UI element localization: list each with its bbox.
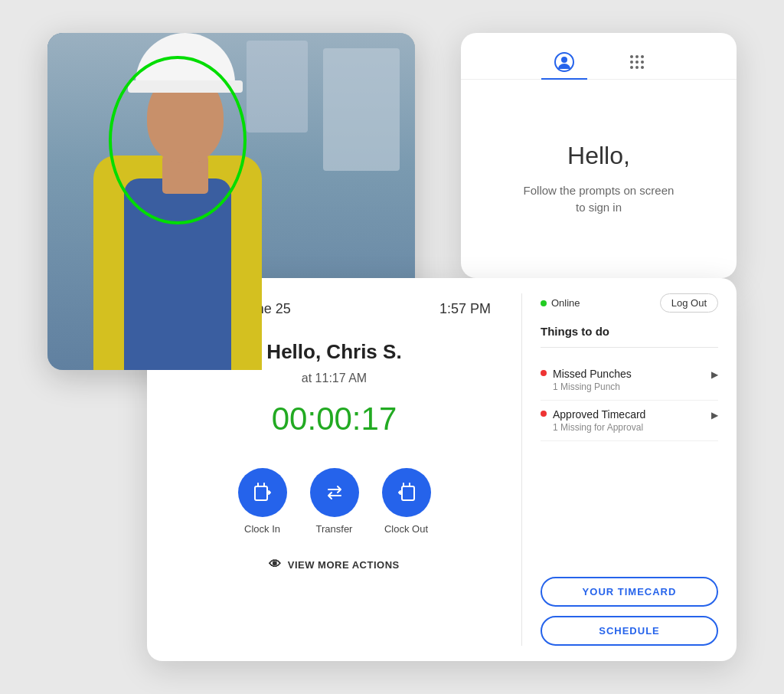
todo-left-2: Approved Timecard 1 Missing for Approval [541,408,645,433]
greeting-name: Hello, Chris S. [266,340,401,364]
svg-rect-2 [255,486,267,500]
clock-out-action[interactable]: Clock Out [382,468,431,535]
online-dot [541,300,547,306]
clock-in-label: Clock In [244,523,280,535]
tab-profile[interactable] [541,45,587,79]
bottom-buttons: YOUR TIMECARD SCHEDULE [541,577,718,646]
todo-subtitle-2: 1 Missing for Approval [553,422,645,433]
schedule-button[interactable]: SCHEDULE [541,616,718,646]
logout-button[interactable]: Log Out [660,293,718,313]
detection-oval [109,56,247,224]
todo-title-2: Approved Timecard [553,408,645,421]
svg-rect-3 [402,486,414,500]
punch-time: at 11:17 AM [302,372,367,385]
hello-card-body: Hello, Follow the prompts on screen to s… [461,80,737,278]
todo-info: Missed Punches 1 Missing Punch [553,368,632,392]
todo-dot [541,370,547,376]
view-more-actions[interactable]: 👁 VIEW MORE ACTIONS [269,558,399,571]
timer-display: 00:00:17 [272,401,397,437]
todo-title: Missed Punches [553,368,632,380]
todo-left: Missed Punches 1 Missing Punch [541,368,632,392]
scene: Hello, Follow the prompts on screen to s… [47,33,737,661]
transfer-action[interactable]: Transfer [310,468,359,535]
transfer-button[interactable] [310,468,359,517]
todo-dot-2 [541,411,547,417]
timecard-button[interactable]: YOUR TIMECARD [541,577,718,607]
clock-out-button[interactable] [382,468,431,517]
status-row: Online Log Out [541,293,718,313]
section-divider [541,347,718,348]
online-indicator: Online [541,297,580,309]
main-right: Online Log Out Things to do Missed Punch… [522,278,737,661]
hello-subtitle: Follow the prompts on screen to sign in [524,182,675,217]
hello-greeting: Hello, [567,142,630,170]
svg-point-1 [561,57,567,63]
time-display: 1:57 PM [439,301,491,317]
things-to-do-title: Things to do [541,325,718,338]
todo-info-2: Approved Timecard 1 Missing for Approval [553,408,645,433]
clock-out-label: Clock Out [384,523,428,535]
tab-grid[interactable] [618,45,656,79]
todo-arrow-icon: ▶ [711,369,718,380]
hello-card-tabs [461,33,737,80]
todo-arrow-icon-2: ▶ [711,410,718,421]
todo-item-approved-timecard[interactable]: Approved Timecard 1 Missing for Approval… [541,401,718,441]
todo-subtitle: 1 Missing Punch [553,381,632,392]
eye-icon: 👁 [269,558,282,571]
transfer-label: Transfer [316,523,353,535]
actions-row: Clock In Transfer [238,468,431,535]
grid-icon [630,55,644,69]
todo-item-missed-punches[interactable]: Missed Punches 1 Missing Punch ▶ [541,360,718,401]
clock-in-action[interactable]: Clock In [238,468,287,535]
clock-in-button[interactable] [238,468,287,517]
hello-card: Hello, Follow the prompts on screen to s… [461,33,737,278]
